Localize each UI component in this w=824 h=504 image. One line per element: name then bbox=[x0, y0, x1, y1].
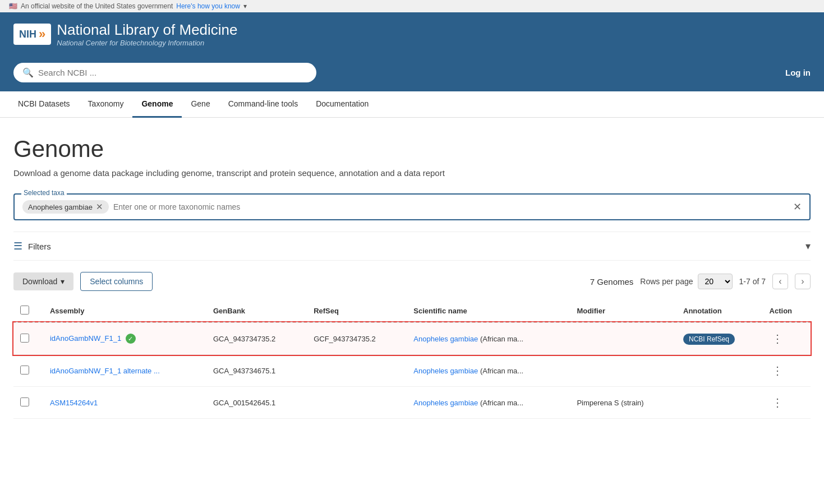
pagination-info: 1-7 of 7 bbox=[739, 277, 766, 286]
sci-name-link[interactable]: Anopheles gambiae bbox=[413, 399, 478, 407]
search-bar: 🔍 Log in bbox=[0, 56, 824, 91]
gov-banner: 🇺🇸 An official website of the United Sta… bbox=[0, 0, 824, 12]
row-checkbox[interactable] bbox=[20, 366, 29, 374]
row-checkbox-cell bbox=[13, 355, 43, 387]
taxa-tag[interactable]: Anopheles gambiae ✕ bbox=[22, 200, 109, 214]
row-action-cell: ⋮ bbox=[763, 355, 811, 387]
page-title: Genome bbox=[13, 136, 811, 163]
row-checkbox-cell bbox=[13, 387, 43, 419]
chevron-icon: ▾ bbox=[243, 2, 247, 10]
row-sci-name-cell: Anopheles gambiae (African ma... bbox=[407, 387, 570, 419]
taxa-input[interactable] bbox=[113, 202, 789, 211]
search-icon: 🔍 bbox=[22, 67, 34, 78]
assembly-link[interactable]: idAnoGambNW_F1_1 bbox=[50, 334, 121, 343]
nav-item-genome[interactable]: Genome bbox=[132, 91, 182, 118]
row-sci-name-cell: Anopheles gambiae (African ma... bbox=[407, 355, 570, 387]
nav-item-command-line-tools[interactable]: Command-line tools bbox=[219, 91, 307, 118]
row-assembly-cell: idAnoGambNW_F1_1 alternate ... bbox=[43, 355, 206, 387]
download-label: Download bbox=[22, 277, 57, 286]
site-title: National Library of Medicine bbox=[57, 21, 237, 39]
how-you-know-link[interactable]: Here's how you know bbox=[176, 2, 240, 10]
toolbar: Download ▾ Select columns 7 Genomes Rows… bbox=[13, 272, 811, 291]
sci-name-suffix: (African ma... bbox=[480, 367, 523, 375]
taxa-inner: Anopheles gambiae ✕ ✕ bbox=[22, 200, 802, 214]
row-action-button[interactable]: ⋮ bbox=[770, 330, 785, 348]
site-subtitle: National Center for Biotechnology Inform… bbox=[57, 39, 237, 47]
taxa-clear-icon[interactable]: ✕ bbox=[793, 201, 802, 213]
nih-label: NIH bbox=[19, 29, 36, 40]
nav-item-taxonomy[interactable]: Taxonomy bbox=[79, 91, 133, 118]
select-columns-button[interactable]: Select columns bbox=[80, 272, 153, 291]
row-genbank-cell: GCA_001542645.1 bbox=[206, 387, 307, 419]
main-content: Genome Download a genome data package in… bbox=[0, 118, 824, 432]
sci-name-suffix: (African ma... bbox=[480, 399, 523, 407]
sci-name-link[interactable]: Anopheles gambiae bbox=[413, 335, 478, 343]
row-genbank-cell: GCA_943734675.1 bbox=[206, 355, 307, 387]
row-sci-name-cell: Anopheles gambiae (African ma... bbox=[407, 322, 570, 355]
col-header-modifier: Modifier bbox=[570, 300, 676, 322]
nih-badge: NIH » bbox=[13, 24, 51, 45]
row-assembly-cell: ASM154264v1 bbox=[43, 387, 206, 419]
nav-item-ncbi-datasets[interactable]: NCBI Datasets bbox=[9, 91, 79, 118]
row-action-button[interactable]: ⋮ bbox=[770, 362, 785, 380]
table-row: idAnoGambNW_F1_1 ✓ GCA_943734735.2 GCF_9… bbox=[13, 322, 811, 355]
row-modifier-cell bbox=[570, 322, 676, 355]
row-checkbox[interactable] bbox=[20, 334, 29, 343]
pagination-prev-button[interactable]: ‹ bbox=[772, 274, 788, 289]
assembly-link[interactable]: ASM154264v1 bbox=[50, 399, 98, 407]
row-annotation-cell bbox=[676, 355, 763, 387]
row-annotation-cell bbox=[676, 387, 763, 419]
sci-name-suffix: (African ma... bbox=[480, 335, 523, 343]
filters-label: Filters bbox=[28, 242, 51, 251]
row-checkbox[interactable] bbox=[20, 397, 29, 406]
page-subtitle: Download a genome data package including… bbox=[13, 168, 811, 178]
genomes-count: 7 Genomes bbox=[590, 277, 634, 286]
taxa-label: Selected taxa bbox=[21, 189, 67, 197]
nav-item-documentation[interactable]: Documentation bbox=[307, 91, 378, 118]
nih-chevron-icon: » bbox=[39, 27, 45, 41]
genome-table: Assembly GenBank RefSeq Scientific name … bbox=[13, 300, 811, 419]
filter-icon: ☰ bbox=[13, 240, 22, 252]
row-modifier-cell bbox=[570, 355, 676, 387]
col-header-refseq: RefSeq bbox=[307, 300, 407, 322]
nav-item-gene[interactable]: Gene bbox=[182, 91, 219, 118]
login-button[interactable]: Log in bbox=[785, 68, 811, 77]
rows-per-page: Rows per page 20 50 100 bbox=[640, 274, 732, 289]
rows-per-page-select[interactable]: 20 50 100 bbox=[698, 274, 733, 289]
row-checkbox-cell bbox=[13, 322, 43, 355]
site-header: NIH » National Library of Medicine Natio… bbox=[0, 12, 824, 56]
verified-icon: ✓ bbox=[126, 334, 136, 344]
pagination-next-button[interactable]: › bbox=[795, 274, 811, 289]
search-input[interactable] bbox=[38, 68, 307, 77]
row-refseq-cell bbox=[307, 387, 407, 419]
row-modifier-cell: Pimperena S (strain) bbox=[570, 387, 676, 419]
row-genbank-cell: GCA_943734735.2 bbox=[206, 322, 307, 355]
nih-logo-link[interactable]: NIH » National Library of Medicine Natio… bbox=[13, 21, 238, 47]
row-action-cell: ⋮ bbox=[763, 322, 811, 355]
filters-bar: ☰ Filters ▾ bbox=[13, 232, 811, 261]
row-annotation-cell: NCBI RefSeq bbox=[676, 322, 763, 355]
col-header-genbank: GenBank bbox=[206, 300, 307, 322]
assembly-link[interactable]: idAnoGambNW_F1_1 alternate ... bbox=[50, 367, 160, 375]
row-refseq-cell: GCF_943734735.2 bbox=[307, 322, 407, 355]
gov-banner-text: An official website of the United States… bbox=[21, 2, 173, 10]
col-header-assembly: Assembly bbox=[43, 300, 206, 322]
table-row: idAnoGambNW_F1_1 alternate ... GCA_94373… bbox=[13, 355, 811, 387]
filters-chevron-icon[interactable]: ▾ bbox=[805, 240, 811, 252]
taxa-tag-name: Anopheles gambiae bbox=[28, 203, 93, 211]
col-header-checkbox bbox=[13, 300, 43, 322]
download-dropdown-icon: ▾ bbox=[61, 277, 65, 286]
row-action-cell: ⋮ bbox=[763, 387, 811, 419]
sci-name-link[interactable]: Anopheles gambiae bbox=[413, 367, 478, 375]
row-action-button[interactable]: ⋮ bbox=[770, 394, 785, 411]
col-header-scientific-name: Scientific name bbox=[407, 300, 570, 322]
row-refseq-cell bbox=[307, 355, 407, 387]
taxa-selector: Selected taxa Anopheles gambiae ✕ ✕ bbox=[13, 193, 811, 220]
refseq-badge: NCBI RefSeq bbox=[683, 334, 735, 345]
col-header-annotation: Annotation bbox=[676, 300, 763, 322]
select-all-checkbox[interactable] bbox=[20, 306, 29, 315]
taxa-remove-icon[interactable]: ✕ bbox=[96, 202, 103, 212]
download-button[interactable]: Download ▾ bbox=[13, 272, 73, 290]
rows-per-page-label: Rows per page bbox=[640, 277, 693, 286]
search-input-wrap[interactable]: 🔍 bbox=[13, 63, 316, 82]
